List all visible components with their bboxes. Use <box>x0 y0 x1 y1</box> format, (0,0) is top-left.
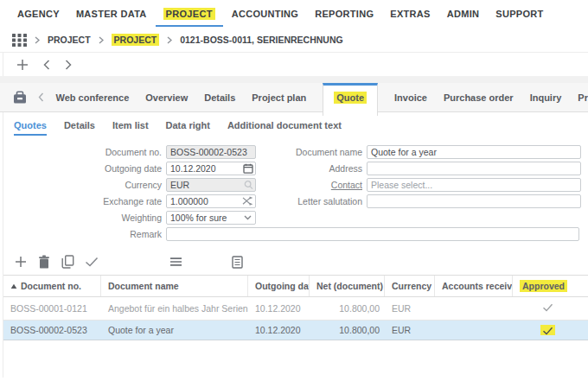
field-value: 1.000000 <box>170 196 208 206</box>
tab-inquiry[interactable]: Inquiry <box>530 92 562 103</box>
menu-reporting[interactable]: REPORTING <box>315 0 374 28</box>
shuffle-icon[interactable] <box>242 196 253 206</box>
menu-icon[interactable] <box>169 257 182 266</box>
tab-overview[interactable]: Overview <box>145 92 188 103</box>
currency-label: Currency <box>3 180 166 190</box>
currency-field[interactable]: EUR <box>166 178 256 192</box>
table-row[interactable]: BOSS-00001-0121 Angebot für ein halbes J… <box>3 297 588 321</box>
menu-label: SUPPORT <box>495 9 543 19</box>
chevron-down-icon[interactable] <box>244 215 252 220</box>
remark-field[interactable] <box>166 227 579 241</box>
tab-label: Details <box>204 92 235 103</box>
column-label: Currency ... <box>392 281 435 291</box>
exchange-rate-field[interactable]: 1.000000 <box>166 194 256 208</box>
menu-accounting[interactable]: ACCOUNTING <box>232 0 299 28</box>
tab-project-plan[interactable]: Project plan <box>252 92 306 103</box>
tab-scroll-left-icon[interactable] <box>38 92 44 102</box>
add-icon[interactable] <box>16 59 29 71</box>
document-no-field[interactable]: BOSS-00002-0523 <box>166 145 256 159</box>
menu-label: AGENCY <box>17 9 60 19</box>
menu-label: EXTRAS <box>390 9 430 19</box>
field-value: 10.12.2020 <box>170 163 216 174</box>
cell-currency: EUR <box>385 325 435 335</box>
table-row-selected[interactable]: BOSS-00002-0523 Quote for a year 10.12.2… <box>3 321 588 340</box>
column-label: Document no. <box>21 281 81 291</box>
outgoing-date-field[interactable]: 10.12.2020 <box>166 162 256 175</box>
breadcrumb-project-1[interactable]: PROJECT <box>48 35 91 45</box>
chevron-right-icon[interactable] <box>65 60 72 70</box>
subtab-quotes[interactable]: Quotes <box>14 120 47 136</box>
breadcrumb-current-record[interactable]: 0121-BOSS-0011, SERIENRECHNUNG <box>180 35 342 45</box>
subtab-additional-document-text[interactable]: Additional document text <box>227 120 342 136</box>
breadcrumb: PROJECT PROJECT 0121-BOSS-0011, SERIENRE… <box>0 28 588 53</box>
apps-grid-icon[interactable] <box>12 34 27 47</box>
address-label: Address <box>261 163 367 174</box>
cell-document-no: BOSS-00001-0121 <box>3 303 101 314</box>
subtab-item-list[interactable]: Item list <box>112 120 149 136</box>
cell-outgoing-date: 10.12.2020 <box>248 303 310 314</box>
column-header-accounts-receivable[interactable]: Accounts receiva... <box>435 276 513 296</box>
menu-extras[interactable]: EXTRAS <box>390 0 430 28</box>
copy-icon[interactable] <box>61 255 74 269</box>
search-icon[interactable] <box>244 180 253 190</box>
subtab-details[interactable]: Details <box>64 120 95 136</box>
calendar-icon[interactable] <box>243 163 253 174</box>
record-toolbar <box>3 53 588 76</box>
address-field[interactable] <box>367 162 581 175</box>
add-icon[interactable] <box>14 256 28 268</box>
column-header-document-name[interactable]: Document name <box>101 276 248 296</box>
main-menu: AGENCY MASTER DATA PROJECT ACCOUNTING RE… <box>0 0 588 28</box>
tab-label: Web conference <box>56 92 130 103</box>
chevron-left-icon[interactable] <box>43 60 50 70</box>
tab-purchase-order[interactable]: Purchase order <box>444 92 514 103</box>
letter-salutation-field[interactable] <box>367 194 581 208</box>
delete-icon[interactable] <box>37 255 51 269</box>
check-icon[interactable] <box>84 257 99 267</box>
archive-icon[interactable] <box>12 91 28 105</box>
contact-field[interactable]: Please select... <box>367 178 581 192</box>
menu-master-data[interactable]: MASTER DATA <box>76 0 147 28</box>
menu-label: REPORTING <box>315 9 374 19</box>
cell-document-name: Quote for a year <box>101 325 248 335</box>
breadcrumb-project-2[interactable]: PROJECT <box>112 34 160 46</box>
menu-agency[interactable]: AGENCY <box>17 0 60 28</box>
tab-prices[interactable]: Prices <box>578 92 588 103</box>
contact-label-link[interactable]: Contact <box>261 180 367 190</box>
column-label: Approved <box>520 280 567 292</box>
subtab-data-right[interactable]: Data right <box>166 120 210 136</box>
field-value: 100% for sure <box>170 213 227 223</box>
tab-invoice[interactable]: Invoice <box>394 92 427 103</box>
document-icon[interactable] <box>231 256 243 269</box>
weighting-label: Weighting <box>3 213 166 223</box>
column-header-document-no[interactable]: Document no. <box>3 276 101 296</box>
table-header-row: Document no. Document name Outgoing date… <box>3 275 588 297</box>
module-tabs: Web conference Overview Details Project … <box>0 83 588 112</box>
document-name-label: Document name <box>261 147 367 157</box>
menu-admin[interactable]: ADMIN <box>447 0 480 28</box>
column-label: Accounts receiva... <box>442 281 513 291</box>
tab-quote[interactable]: Quote <box>323 83 378 116</box>
document-subtabs: Quotes Details Item list Data right Addi… <box>3 112 588 136</box>
document-name-field[interactable]: Quote for a year <box>367 145 581 159</box>
field-value: Quote for a year <box>371 147 437 157</box>
column-header-net-document[interactable]: Net (document) <box>310 276 385 296</box>
tab-web-conference[interactable]: Web conference <box>56 92 130 103</box>
menu-label: MASTER DATA <box>76 9 147 19</box>
menu-support[interactable]: SUPPORT <box>495 0 543 28</box>
field-placeholder: Please select... <box>371 180 432 190</box>
exchange-rate-label: Exchange rate <box>3 196 166 206</box>
tab-details[interactable]: Details <box>204 92 235 103</box>
tab-label: Prices <box>578 92 588 103</box>
chevron-right-icon <box>35 32 40 48</box>
weighting-select[interactable]: 100% for sure <box>166 211 256 225</box>
menu-project[interactable]: PROJECT <box>163 0 215 28</box>
chevron-right-icon <box>99 32 104 48</box>
column-header-outgoing-date[interactable]: Outgoing date <box>248 276 310 296</box>
cell-approved <box>513 325 582 335</box>
letter-salutation-label: Letter salutation <box>261 196 367 206</box>
column-label: Net (document) <box>316 281 383 291</box>
tab-label: Purchase order <box>444 92 514 103</box>
column-header-approved[interactable]: Approved <box>513 276 582 296</box>
cell-outgoing-date: 10.12.2020 <box>248 325 310 335</box>
column-header-currency[interactable]: Currency ... <box>385 276 435 296</box>
